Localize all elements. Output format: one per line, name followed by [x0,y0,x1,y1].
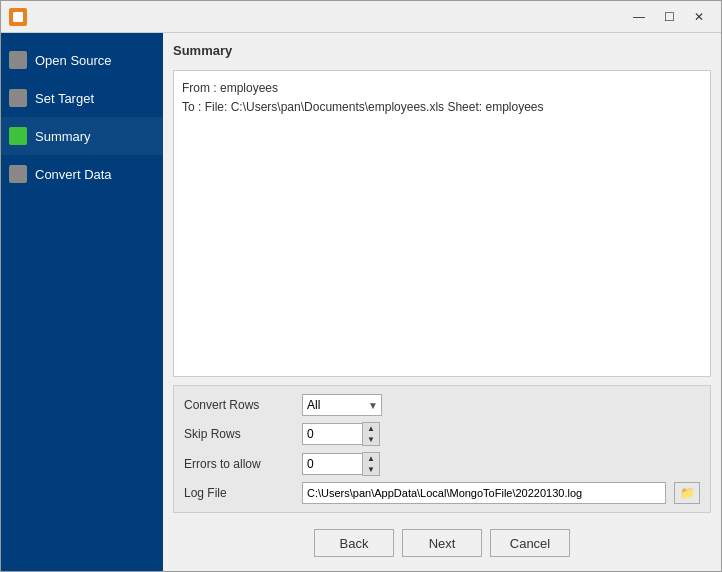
summary-from: From : employees [182,79,702,98]
sidebar-item-convert-data[interactable]: Convert Data [1,155,163,193]
back-button[interactable]: Back [314,529,394,557]
errors-to-allow-input[interactable] [302,453,362,475]
log-file-label: Log File [184,486,294,500]
next-button[interactable]: Next [402,529,482,557]
errors-buttons: ▲ ▼ [362,452,380,476]
log-file-row: Log File 📁 [184,482,700,504]
form-section: Convert Rows All Custom ▼ Skip Rows [173,385,711,513]
to-label: To : [182,100,201,114]
content-area: Summary From : employees To : File: C:\U… [163,33,721,571]
errors-down-button[interactable]: ▼ [363,464,379,475]
cancel-button[interactable]: Cancel [490,529,570,557]
log-file-input[interactable] [302,482,666,504]
set-target-icon [9,89,27,107]
minimize-button[interactable]: — [625,6,653,28]
summary-to: To : File: C:\Users\pan\Documents\employ… [182,98,702,117]
skip-rows-input[interactable] [302,423,362,445]
skip-rows-label: Skip Rows [184,427,294,441]
errors-up-button[interactable]: ▲ [363,453,379,464]
convert-rows-label: Convert Rows [184,398,294,412]
app-icon-inner [13,12,23,22]
convert-data-label: Convert Data [35,167,112,182]
close-button[interactable]: ✕ [685,6,713,28]
button-row: Back Next Cancel [173,521,711,561]
open-source-label: Open Source [35,53,112,68]
summary-label: Summary [35,129,91,144]
section-title: Summary [173,43,711,58]
skip-rows-down-button[interactable]: ▼ [363,434,379,445]
summary-icon [9,127,27,145]
sidebar-item-set-target[interactable]: Set Target [1,79,163,117]
set-target-label: Set Target [35,91,94,106]
title-bar: — ☐ ✕ [1,1,721,33]
sidebar-item-open-source[interactable]: Open Source [1,41,163,79]
errors-to-allow-label: Errors to allow [184,457,294,471]
convert-rows-select[interactable]: All Custom [302,394,382,416]
errors-spinner: ▲ ▼ [302,452,380,476]
summary-box: From : employees To : File: C:\Users\pan… [173,70,711,377]
skip-rows-up-button[interactable]: ▲ [363,423,379,434]
convert-rows-select-wrapper: All Custom ▼ [302,394,382,416]
skip-rows-row: Skip Rows ▲ ▼ [184,422,700,446]
convert-rows-row: Convert Rows All Custom ▼ [184,394,700,416]
main-window: — ☐ ✕ Open Source Set Target Summary Con… [0,0,722,572]
title-bar-left [9,8,27,26]
to-value: File: C:\Users\pan\Documents\employees.x… [205,100,544,114]
app-icon [9,8,27,26]
from-label: From : [182,81,217,95]
main-content: Open Source Set Target Summary Convert D… [1,33,721,571]
errors-to-allow-row: Errors to allow ▲ ▼ [184,452,700,476]
skip-rows-buttons: ▲ ▼ [362,422,380,446]
maximize-button[interactable]: ☐ [655,6,683,28]
log-file-browse-button[interactable]: 📁 [674,482,700,504]
skip-rows-spinner: ▲ ▼ [302,422,380,446]
title-bar-controls: — ☐ ✕ [625,6,713,28]
convert-rows-control: All Custom ▼ [302,394,382,416]
sidebar: Open Source Set Target Summary Convert D… [1,33,163,571]
open-source-icon [9,51,27,69]
from-value: employees [220,81,278,95]
convert-data-icon [9,165,27,183]
folder-icon: 📁 [680,486,695,500]
sidebar-item-summary[interactable]: Summary [1,117,163,155]
